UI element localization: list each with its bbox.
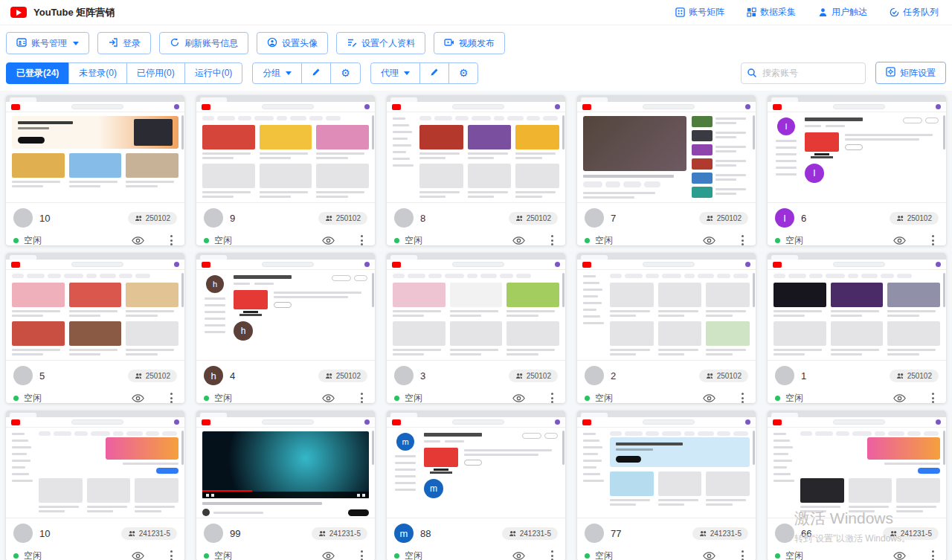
view-button[interactable] (893, 551, 906, 560)
group-settings-button[interactable]: ⚙ (330, 62, 361, 84)
account-card[interactable]: 7 250102 空闲 (577, 95, 756, 245)
set-avatar-button[interactable]: 设置头像 (257, 32, 328, 54)
tab-not-logged-in[interactable]: 未登录(0) (68, 62, 127, 84)
avatar (585, 208, 604, 228)
nav-task-queue[interactable]: 任务队列 (890, 6, 939, 19)
account-card[interactable]: 2 250102 空闲 (577, 253, 756, 403)
status-dot (394, 553, 399, 559)
account-card[interactable]: II I 6 250102 空闲 (768, 95, 946, 245)
view-button[interactable] (132, 236, 144, 245)
proxy-edit-button[interactable] (419, 62, 449, 84)
account-card[interactable]: 10 241231-5 空闲 (6, 411, 184, 560)
status-text: 空闲 (214, 550, 317, 560)
group-dropdown[interactable]: 分组 (252, 62, 302, 84)
mini-youtube-logo (202, 104, 210, 110)
account-thumbnail: hh (196, 253, 375, 361)
eye-icon (703, 236, 715, 245)
more-menu-button[interactable] (166, 549, 177, 560)
people-icon (515, 373, 524, 379)
account-manage-button[interactable]: 账号管理 (6, 32, 89, 54)
tab-logged-in[interactable]: 已登录(24) (6, 62, 69, 84)
more-menu-button[interactable] (927, 549, 939, 560)
view-button[interactable] (703, 551, 715, 560)
view-button[interactable] (512, 236, 525, 245)
mini-scrollbar (562, 115, 565, 149)
view-button[interactable] (893, 393, 906, 403)
account-name: 8 (420, 213, 425, 224)
account-card[interactable]: 8 250102 空闲 (387, 95, 565, 245)
avatar: h (204, 366, 223, 385)
card-footer: h 4 250102 空闲 (196, 361, 375, 403)
account-card[interactable]: 77 241231-5 空闲 (577, 411, 756, 560)
view-button[interactable] (703, 236, 715, 245)
tab-disabled[interactable]: 已停用(0) (126, 62, 185, 84)
mini-search-bar (262, 262, 314, 267)
avatar (204, 208, 223, 228)
proxy-dropdown[interactable]: 代理 (370, 62, 420, 84)
account-card[interactable]: 10 250102 空闲 (6, 95, 184, 245)
group-badge-text: 241231-5 (710, 530, 742, 538)
refresh-account-button[interactable]: 刷新账号信息 (159, 32, 248, 54)
refresh-icon (170, 37, 180, 50)
account-card[interactable]: mm m 88 241231-5 空闲 (387, 411, 565, 560)
view-button[interactable] (703, 393, 715, 403)
view-button[interactable] (322, 236, 335, 245)
account-card[interactable]: 5 250102 空闲 (6, 253, 184, 403)
page-title: YouTube 矩阵营销 (33, 6, 115, 19)
card-footer: 2 250102 空闲 (577, 361, 756, 403)
status-text: 空闲 (24, 392, 126, 404)
account-thumbnail (768, 253, 946, 361)
account-card[interactable]: 66 241231-5 空闲 (768, 411, 946, 560)
login-button[interactable]: 登录 (97, 32, 151, 54)
matrix-settings-button[interactable]: 矩阵设置 (875, 62, 946, 84)
proxy-settings-button[interactable]: ⚙ (448, 62, 479, 84)
nav-data-collect[interactable]: 数据采集 (747, 6, 796, 19)
more-menu-button[interactable] (356, 234, 367, 245)
account-card[interactable]: 3 250102 空闲 (387, 253, 565, 403)
group-badge-text: 241231-5 (139, 530, 170, 538)
set-profile-button[interactable]: 设置个人资料 (336, 32, 425, 54)
account-card[interactable]: 99 241231-5 空闲 (196, 411, 375, 560)
more-menu-button[interactable] (166, 234, 177, 245)
search-input[interactable] (741, 62, 866, 84)
task-queue-icon (890, 7, 899, 17)
mini-youtube-logo (392, 104, 401, 110)
more-menu-button[interactable] (356, 391, 367, 403)
more-menu-button[interactable] (927, 391, 939, 403)
mini-youtube-header (6, 417, 184, 428)
status-text: 空闲 (24, 234, 126, 246)
view-button[interactable] (132, 393, 144, 403)
mini-avatar (555, 104, 560, 109)
view-button[interactable] (322, 393, 335, 403)
account-card[interactable]: hh h 4 250102 空闲 (196, 253, 375, 403)
video-publish-button[interactable]: 视频发布 (434, 32, 505, 54)
view-button[interactable] (132, 551, 144, 560)
mini-scrollbar (372, 273, 374, 307)
account-card[interactable]: 9 250102 空闲 (196, 95, 375, 245)
more-menu-button[interactable] (737, 234, 748, 245)
nav-user-reach[interactable]: 用户触达 (818, 6, 867, 19)
eye-icon (893, 551, 906, 560)
mini-search-bar (833, 262, 885, 267)
view-button[interactable] (893, 236, 906, 245)
more-menu-button[interactable] (737, 549, 748, 560)
more-menu-button[interactable] (356, 549, 367, 560)
data-collect-icon (747, 7, 756, 17)
more-menu-button[interactable] (166, 391, 177, 403)
nav-account-matrix[interactable]: 账号矩阵 (675, 6, 724, 19)
tab-running[interactable]: 运行中(0) (184, 62, 243, 84)
more-menu-button[interactable] (737, 391, 748, 403)
more-menu-button[interactable] (547, 549, 558, 560)
card-footer: 10 250102 空闲 (6, 203, 184, 245)
avatar (13, 524, 33, 543)
group-edit-button[interactable] (301, 62, 331, 84)
mini-scrollbar (181, 431, 184, 465)
view-button[interactable] (322, 551, 335, 560)
view-button[interactable] (512, 551, 525, 560)
more-menu-button[interactable] (547, 234, 558, 245)
more-menu-button[interactable] (927, 234, 939, 245)
more-menu-button[interactable] (547, 391, 558, 403)
status-text: 空闲 (405, 392, 507, 404)
account-card[interactable]: 1 250102 空闲 (768, 253, 946, 403)
view-button[interactable] (512, 393, 525, 403)
